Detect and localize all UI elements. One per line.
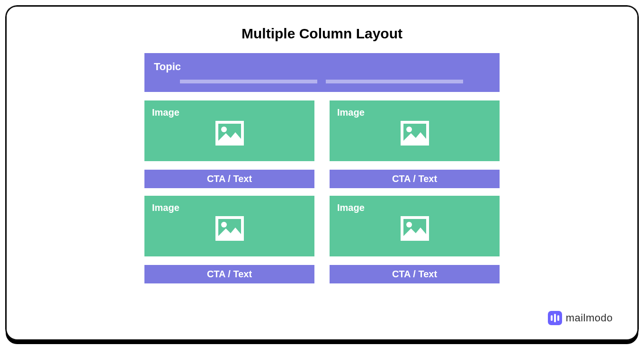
image-block: Image: [330, 100, 500, 161]
page-title: Multiple Column Layout: [30, 26, 614, 42]
cta-block: CTA / Text: [330, 265, 500, 283]
placeholder-line: [326, 80, 463, 83]
topic-bar: Topic: [144, 53, 500, 92]
image-label: Image: [152, 107, 307, 118]
image-icon: [400, 215, 430, 242]
image-label: Image: [152, 202, 307, 213]
svg-point-2: [221, 127, 227, 132]
image-icon: [215, 120, 245, 146]
image-label: Image: [337, 107, 492, 118]
layout-wireframe: Topic Image CTA / Text Image CTA / Text: [144, 53, 500, 283]
image-block: Image: [144, 100, 314, 161]
cta-block: CTA / Text: [330, 170, 500, 188]
image-label: Image: [337, 202, 492, 213]
diagram-card: Multiple Column Layout Topic Image CTA /…: [6, 6, 638, 340]
topic-label: Topic: [154, 61, 490, 73]
svg-point-5: [406, 127, 412, 132]
image-icon: [400, 120, 430, 146]
placeholder-line: [180, 80, 317, 83]
column-block: Image CTA / Text: [330, 100, 500, 188]
column-block: Image CTA / Text: [330, 196, 500, 283]
columns-grid: Image CTA / Text Image CTA / Text Image …: [144, 100, 500, 283]
column-block: Image CTA / Text: [144, 100, 314, 188]
brand-logo-icon: [548, 311, 562, 325]
cta-block: CTA / Text: [144, 265, 314, 283]
image-block: Image: [144, 196, 314, 256]
image-block: Image: [330, 196, 500, 256]
image-icon: [215, 215, 245, 242]
brand-name: mailmodo: [566, 312, 613, 324]
svg-point-8: [221, 222, 227, 228]
cta-block: CTA / Text: [144, 170, 314, 188]
column-block: Image CTA / Text: [144, 196, 314, 283]
svg-point-11: [406, 222, 412, 228]
brand-logo: mailmodo: [548, 311, 613, 325]
topic-placeholder-lines: [154, 80, 490, 83]
